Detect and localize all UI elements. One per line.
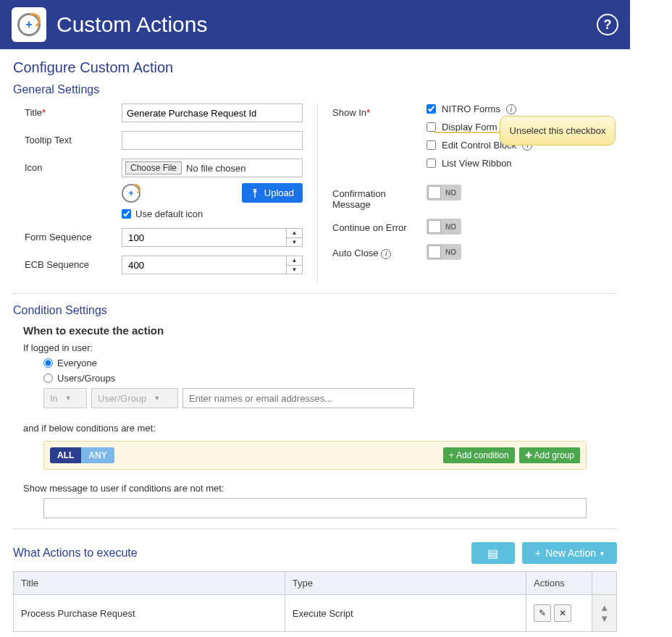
show-in-label: Show In*	[332, 104, 427, 118]
condition-box: ALL ANY +Add condition ✚Add group	[43, 441, 587, 470]
app-logo: +	[12, 7, 46, 42]
default-icon-preview: +	[122, 184, 140, 203]
close-icon: ✕	[559, 608, 566, 618]
info-icon[interactable]: i	[381, 249, 391, 259]
file-status: No file chosen	[186, 163, 245, 174]
col-type[interactable]: Type	[285, 572, 526, 595]
delete-row-button[interactable]: ✕	[554, 604, 571, 622]
col-actions: Actions	[526, 572, 592, 595]
show-message-input[interactable]	[43, 498, 587, 518]
add-group-button[interactable]: ✚Add group	[519, 447, 580, 463]
ribbon-checkbox[interactable]	[427, 159, 436, 168]
actions-heading: What Actions to execute	[13, 547, 138, 560]
general-settings-heading: General Settings	[13, 83, 617, 96]
continue-toggle[interactable]: NO	[427, 219, 461, 235]
scroll-col	[592, 572, 617, 595]
ecb-checkbox[interactable]	[427, 140, 436, 150]
row-title: Process Purchase Request	[14, 595, 285, 632]
actions-grid: Title Type Actions Process Purchase Requ…	[13, 571, 617, 632]
plus-icon: +	[535, 547, 541, 559]
and-if-label: and if below conditions are met:	[23, 423, 617, 434]
in-dropdown[interactable]: In▼	[43, 388, 87, 408]
table-row[interactable]: Process Purchase Request Execute Script …	[14, 595, 617, 632]
if-logged-in-label: If logged in user:	[23, 342, 617, 353]
everyone-radio[interactable]	[43, 358, 53, 368]
title-input[interactable]	[122, 104, 303, 122]
ecb-sequence-label: ECB Sequence	[13, 256, 122, 270]
when-execute-heading: When to execute the action	[23, 324, 617, 337]
use-default-icon-label: Use default icon	[135, 208, 203, 219]
ecb-sequence-input[interactable]	[122, 256, 287, 274]
caret-down-icon: ▾	[600, 549, 604, 557]
row-type: Execute Script	[285, 595, 526, 632]
tooltip-input[interactable]	[122, 131, 303, 150]
icon-label: Icon	[13, 159, 122, 173]
confirmation-toggle[interactable]: NO	[427, 185, 461, 201]
plus-icon: +	[449, 450, 454, 460]
tooltip-label: Tooltip Text	[13, 131, 122, 145]
form-sequence-spinner[interactable]: ▲▼	[287, 228, 303, 247]
list-icon-button[interactable]: ▤	[471, 542, 515, 564]
upload-button[interactable]: ⭱Upload	[242, 183, 303, 203]
file-input[interactable]: Choose File No file chosen	[122, 159, 303, 177]
names-input[interactable]	[182, 388, 414, 408]
add-condition-button[interactable]: +Add condition	[443, 447, 515, 463]
help-icon[interactable]: ?	[597, 14, 618, 35]
confirmation-label: Confirmation Message	[332, 185, 427, 210]
autoclose-toggle[interactable]: NO	[427, 244, 461, 260]
form-sequence-input[interactable]	[122, 228, 287, 247]
header-title: Custom Actions	[56, 12, 207, 37]
new-action-button[interactable]: +New Action▾	[522, 542, 617, 564]
autoclose-label: Auto Close i	[332, 244, 427, 259]
list-icon: ▤	[487, 547, 498, 560]
title-label: Title*	[13, 104, 122, 118]
callout-connector	[434, 132, 500, 133]
page-title: Configure Custom Action	[13, 59, 617, 76]
pencil-icon: ✎	[539, 608, 546, 618]
edit-row-button[interactable]: ✎	[534, 604, 551, 622]
form-sequence-label: Form Sequence	[13, 228, 122, 242]
col-title[interactable]: Title	[14, 572, 285, 595]
plus-circle-icon: ✚	[525, 450, 532, 460]
display-form-checkbox[interactable]	[427, 122, 436, 132]
continue-label: Continue on Error	[332, 219, 427, 233]
condition-settings-heading: Condition Settings	[13, 304, 617, 317]
callout-annotation: Unselect this checkbox	[500, 116, 616, 145]
scroll-arrows[interactable]: ▲▼	[592, 595, 617, 632]
show-message-label: Show message to user if conditions are n…	[23, 483, 607, 494]
choose-file-button[interactable]: Choose File	[125, 161, 182, 174]
header-bar: + Custom Actions ?	[0, 0, 630, 49]
upload-icon: ⭱	[251, 187, 260, 198]
users-groups-radio[interactable]	[43, 374, 53, 383]
use-default-icon-checkbox[interactable]	[122, 209, 131, 219]
all-any-toggle[interactable]: ALL ANY	[50, 447, 114, 463]
usergroup-dropdown[interactable]: User/Group▼	[91, 388, 178, 408]
ecb-sequence-spinner[interactable]: ▲▼	[287, 256, 303, 274]
info-icon[interactable]: i	[506, 104, 516, 114]
nitro-forms-checkbox[interactable]	[427, 104, 436, 114]
